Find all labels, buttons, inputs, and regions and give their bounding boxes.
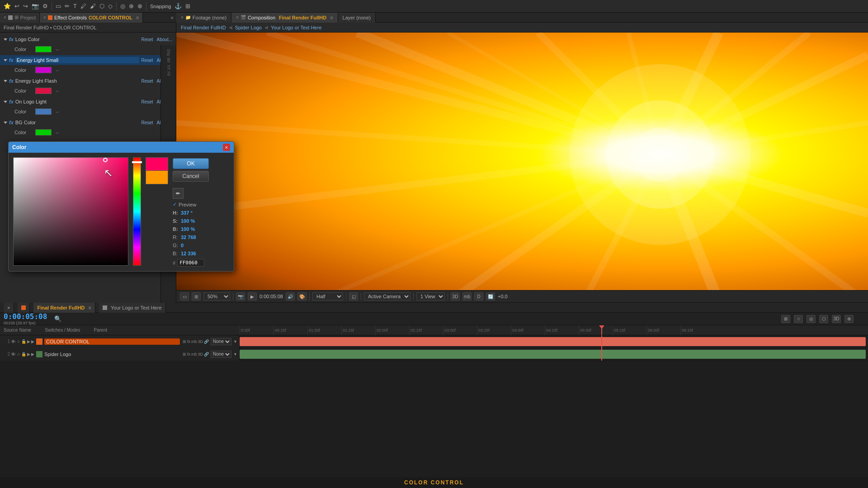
layer-parent-icon-2[interactable]: 🔗 (204, 352, 209, 357)
color-picker-gradient[interactable]: ↖ (13, 157, 128, 266)
tb-zoom-select[interactable]: 50%100%25% (203, 292, 230, 300)
layer-parent-select-1[interactable]: None (211, 338, 231, 345)
panel-expand[interactable]: » (168, 14, 176, 21)
layer-parent-icon-1[interactable]: 🔗 (204, 339, 209, 344)
tl-search-icon[interactable]: 🔍 (54, 315, 61, 322)
dialog-cancel-button[interactable]: Cancel (173, 171, 209, 182)
layer-lock-2[interactable]: 🔓 (21, 352, 26, 357)
color-swatch-logo-color[interactable] (35, 46, 52, 52)
layer-parent-arrow-1[interactable]: ▼ (233, 339, 237, 344)
tl-btn-guide[interactable]: ⊕ (844, 315, 854, 323)
tl-tab-close-btn[interactable]: × (4, 303, 14, 313)
comp-breadcrumb-item-2[interactable]: Your Logo or Text Here (271, 25, 322, 30)
layer-parent-select-2[interactable]: None (211, 351, 231, 358)
dialog-close-button[interactable]: × (223, 144, 230, 151)
tab-effect-controls[interactable]: × Effect Controls COLOR CONTROL ≡ (40, 13, 143, 23)
toolbar-icon-1[interactable]: ⭐ (4, 3, 11, 9)
color-swatch-energy-small[interactable] (35, 67, 52, 73)
layer-switches-1[interactable]: ⊞ (183, 339, 186, 344)
tl-tab-close-icon[interactable]: × (7, 305, 10, 310)
layer-parent-arrow-2[interactable]: ▼ (233, 352, 237, 357)
b2-value[interactable]: 12 336 (181, 251, 203, 256)
color-swatch-bg-color[interactable] (35, 129, 52, 136)
layer-3d-2[interactable]: 3D (198, 352, 203, 357)
dialog-ok-button[interactable]: OK (173, 158, 209, 169)
tab-menu-comp[interactable]: ≡ (330, 15, 333, 20)
comp-breadcrumb-item-0[interactable]: Final Render FullHD (181, 25, 226, 30)
color-swatch-energy-flash[interactable] (35, 88, 52, 94)
tb-icon-color[interactable]: 🎨 (297, 292, 307, 300)
comp-breadcrumb-item-1[interactable]: Spider Logo (235, 25, 262, 30)
toolbar-icon-pencil[interactable]: ✏ (65, 3, 70, 9)
tb-icon-grid[interactable]: ⊞ (192, 292, 201, 300)
layer-expand2-1[interactable]: ▶ (31, 339, 34, 344)
tb-icon-region[interactable]: ▭ (180, 292, 189, 300)
toolbar-icon-eraser[interactable]: ◇ (108, 3, 113, 9)
color-swatch-on-logo-light[interactable] (35, 108, 52, 115)
layer-mb-1[interactable]: mb (191, 339, 197, 344)
tb-icon-preview[interactable]: ▶ (248, 292, 257, 300)
toolbar-icon-text[interactable]: T (73, 3, 77, 9)
tab-close-effects[interactable]: × (43, 15, 46, 20)
reset-btn-energy-small[interactable]: Reset (141, 58, 153, 63)
toolbar-icon-motion[interactable]: ⊗ (137, 3, 142, 9)
tab-close-footage[interactable]: × (181, 15, 184, 20)
layer-3d-1[interactable]: 3D (198, 339, 203, 344)
h-value[interactable]: 337 ° (181, 210, 203, 216)
b-value[interactable]: 100 % (181, 226, 203, 232)
layer-expand-2[interactable]: ▶ (27, 352, 30, 357)
tb-view-select[interactable]: 1 View (416, 292, 445, 300)
layer-eye-2[interactable]: 👁 (11, 352, 16, 357)
tl-btn-solo[interactable]: ☆ (794, 315, 803, 323)
layer-switches-2[interactable]: ⊞ (183, 352, 186, 357)
tab-project[interactable]: × ⊞ Project (0, 13, 40, 23)
toolbar-icon-camera[interactable]: 📷 (32, 3, 39, 9)
toolbar-icon-brush[interactable]: 🖌 (90, 3, 96, 9)
tl-timecode[interactable]: 0:00:05:08 (4, 312, 47, 321)
tl-tab-icon[interactable] (18, 303, 30, 313)
toolbar-icon-2[interactable]: ↩ (14, 3, 19, 9)
reset-btn-bg-color[interactable]: Reset (141, 120, 153, 125)
tb-resolution-select[interactable]: HalfFullQuarter (312, 292, 343, 300)
layer-fx-2[interactable]: fx (187, 352, 190, 357)
reset-btn-logo-color[interactable]: Reset (141, 37, 153, 42)
layer-solo-2[interactable]: ☆ (17, 352, 20, 357)
tb-icon-render[interactable]: 🔄 (486, 292, 495, 300)
tl-tab-menu[interactable]: ≡ (89, 305, 91, 310)
layer-expand2-2[interactable]: ▶ (31, 352, 34, 357)
effect-group-header-on-logo-light[interactable]: fx On Logo Light Reset About... (0, 97, 176, 107)
tab-layer[interactable]: Layer (none) (338, 13, 376, 23)
about-btn-logo-color[interactable]: About... (157, 37, 172, 42)
s-value[interactable]: 100 % (181, 218, 203, 224)
tl-tab-yourlogo[interactable]: Your Logo or Text Here (99, 303, 166, 313)
tb-icon-audio[interactable]: 🔊 (286, 292, 295, 300)
layer-solo-1[interactable]: ☆ (17, 339, 20, 344)
tab-footage[interactable]: × 📁 Footage (none) (176, 13, 231, 23)
effect-group-header-energy-flash[interactable]: fx Energy Light Flash Reset About... (0, 76, 176, 86)
effect-group-header-energy-small[interactable]: fx Energy Light Small Reset About... (0, 55, 176, 65)
eyedropper-button[interactable]: ✒ (173, 188, 184, 199)
tab-menu-effects[interactable]: ≡ (136, 15, 139, 20)
tb-icon-snapshot[interactable]: 📷 (236, 292, 245, 300)
layer-expand-1[interactable]: ▶ (27, 339, 30, 344)
layer-eye-1[interactable]: 👁 (11, 339, 16, 344)
tab-close-project[interactable]: × (4, 15, 6, 20)
hex-input[interactable] (177, 259, 204, 267)
toolbar-icon-puppet[interactable]: ◎ (120, 3, 125, 9)
layer-mb-2[interactable]: mb (191, 352, 197, 357)
toolbar-icon-3[interactable]: ↪ (23, 3, 28, 9)
layer-lock-1[interactable]: 🔓 (21, 339, 26, 344)
toolbar-icon-snap[interactable]: ⚓ (175, 3, 182, 9)
tb-icon-3d[interactable]: 3D (451, 292, 460, 300)
toolbar-icon-pen[interactable]: 🖊 (80, 3, 86, 9)
reset-btn-on-logo-light[interactable]: Reset (141, 99, 153, 104)
g-value[interactable]: 0 (181, 243, 203, 248)
toolbar-icon-settings[interactable]: ⚙ (42, 3, 48, 9)
toolbar-icon-rect[interactable]: ▭ (56, 3, 61, 9)
toolbar-icon-grid[interactable]: ⊞ (185, 3, 190, 9)
tl-btn-null[interactable]: ◎ (807, 315, 816, 323)
tb-icon-region2[interactable]: ◱ (349, 292, 358, 300)
effect-group-header-bg-color[interactable]: fx BG Color Reset About... (0, 117, 176, 127)
toolbar-icon-pin[interactable]: ⊕ (129, 3, 134, 9)
reset-btn-energy-flash[interactable]: Reset (141, 79, 153, 84)
